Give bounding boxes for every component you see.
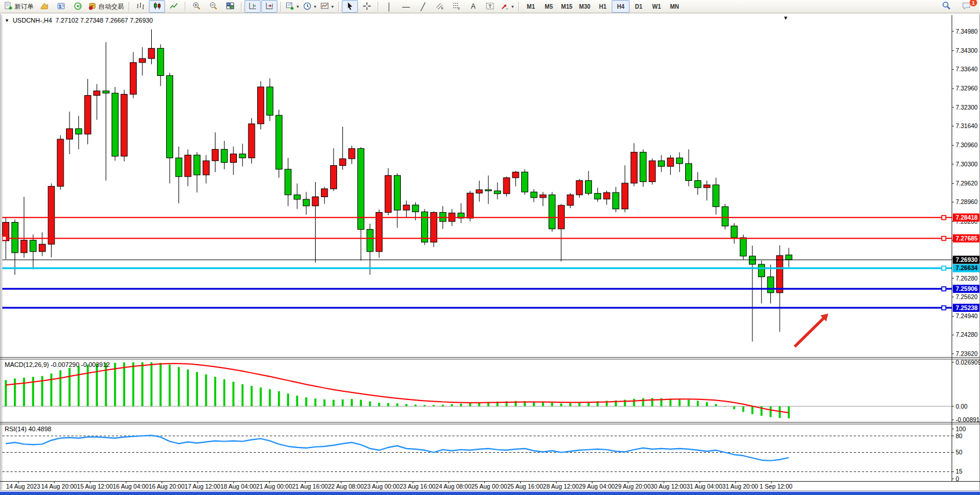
toolbar-separator [280,2,281,12]
bar-chart-button[interactable] [132,0,148,13]
notifications-button[interactable]: 1 [958,0,974,13]
periods-button[interactable]: ▾ [301,0,318,13]
candle-body-up [139,59,145,63]
candle [276,110,282,178]
crosshair-button[interactable] [359,0,375,13]
auto-scroll-button[interactable] [261,0,277,13]
line-handle[interactable] [2,236,6,241]
cursor-icon [346,2,354,12]
chart-shift-button[interactable] [244,0,261,13]
candle-body-up [203,161,209,174]
symbol-dropdown-icon[interactable]: ▼ [5,18,9,23]
autotrading-button[interactable]: 自动交易 [86,0,126,13]
dropdown-arrow[interactable]: ▾ [511,4,514,9]
tile-windows-button[interactable] [222,0,238,13]
price-tick-label: 7.26280 [956,275,978,282]
candle-body-up [667,158,674,166]
price-tag-label: 7.26634 [956,264,978,271]
line-handle[interactable] [942,306,946,310]
zoom-out-icon [209,2,218,12]
navigator-icon [57,2,65,12]
timeframe-button-mn[interactable]: MN [665,0,683,13]
candle-body-down [494,191,500,194]
navigator-button[interactable] [53,0,69,13]
search-button[interactable] [938,0,955,13]
toolbar-separator [518,2,519,12]
terminal-button[interactable] [70,0,86,13]
dropdown-arrow[interactable]: ▾ [297,4,299,9]
line-chart-button[interactable] [166,0,182,13]
time-tick-label: 21 Aug 00:00 [256,483,292,490]
signal-icon [74,2,82,12]
candle [121,90,127,161]
candle [248,118,255,163]
time-tick-label: 29 Aug 04:00 [579,483,615,490]
horizontal-line-button[interactable]: — [398,0,414,13]
timeframe-button-w1[interactable]: W1 [648,0,665,13]
indicators-button[interactable]: ▾ [284,0,301,13]
notification-badge: 1 [969,0,978,7]
candle-body-down [640,152,646,182]
timeframe-button-h4[interactable]: H4 [612,0,630,13]
dropdown-arrow[interactable]: ▾ [331,4,334,9]
line-handle[interactable] [942,216,946,220]
market-watch-button[interactable] [36,0,52,13]
candle-body-up [94,91,100,96]
chart-canvas[interactable]: 7.349807.343007.336407.329607.323007.316… [0,0,980,495]
dropdown-arrow[interactable]: ▾ [314,4,316,9]
candle-body-up [576,181,583,195]
candle-body-up [649,161,656,181]
candle-body-down [549,195,555,229]
price-tick-label: 7.32300 [956,104,978,111]
macd-tick-label: 0.026909 [956,359,980,366]
zoom-out-button[interactable] [205,0,221,13]
timeframe-button-d1[interactable]: D1 [630,0,648,13]
fibonacci-button[interactable]: F [448,0,465,13]
price-tick-label: 7.33640 [956,65,978,72]
vertical-line-button[interactable]: │ [381,0,397,13]
timeframe-button-h1[interactable]: H1 [594,0,612,13]
chart-shift-marker-icon[interactable]: ▼ [783,15,788,21]
candle-body-up [430,212,437,242]
candle-body-up [376,212,382,252]
arrows-button[interactable]: ▾ [499,0,515,13]
timeframe-button-m15[interactable]: M15 [558,0,576,13]
macd-tick-label: -0.008918 [956,416,980,423]
candle-body-up [39,244,45,252]
candle-body-down [594,194,601,199]
text-label-button[interactable]: T [482,0,498,13]
rsi-tick-label: 15 [956,468,963,475]
candle [649,158,656,184]
candle [722,204,728,230]
candle-body-up [148,48,155,59]
templates-button[interactable]: ▾ [319,0,335,13]
time-tick-label: 31 Aug 20:00 [722,483,758,490]
cursor-button[interactable] [342,0,358,13]
candle-body-down [731,226,737,238]
candle-body-down [394,176,400,210]
timeframe-button-m30[interactable]: M30 [576,0,594,13]
line-handle[interactable] [942,287,946,291]
zoom-in-button[interactable] [188,0,204,13]
candlestick-chart-button[interactable] [149,0,165,13]
timeframe-button-m1[interactable]: M1 [522,0,540,13]
line-handle[interactable] [942,266,946,270]
candle-body-up [130,63,137,94]
text-button[interactable]: A [465,0,481,13]
candle-body-down [112,93,118,156]
trendline-button[interactable]: ╱ [415,0,431,13]
line-handle[interactable] [942,236,946,241]
candle-body-down [367,230,373,252]
channel-button[interactable]: E [432,0,448,13]
time-tick-label: 17 Aug 12:00 [185,483,221,490]
autotrading-label: 自动交易 [98,2,124,11]
rsi-tick-label: 100 [956,425,966,432]
price-tick-label: 7.32960 [956,85,978,92]
time-tick-label: 31 Aug 04:00 [686,483,722,490]
candle-body-down [713,185,719,207]
new-order-button[interactable]: 新订单 [2,0,35,13]
svg-text:E: E [441,6,444,10]
timeframe-group: M1M5M15M30H1H4D1W1MN [522,0,683,13]
timeframe-button-m5[interactable]: M5 [540,0,558,13]
candle-body-up [349,148,355,159]
